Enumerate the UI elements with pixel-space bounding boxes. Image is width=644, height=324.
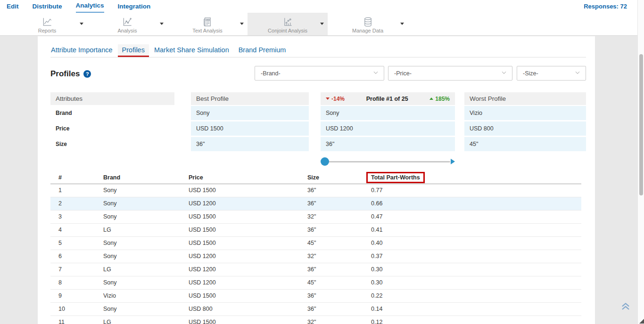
- tab-attribute-importance[interactable]: Attribute Importance: [47, 44, 117, 57]
- tabs-divider: [50, 57, 586, 57]
- table-cell: 36": [307, 289, 371, 302]
- table-row[interactable]: 6SonyUSD 120032"0.37: [50, 250, 581, 263]
- best-profile-panel: Best Profile SonyUSD 150036": [191, 92, 309, 153]
- table-cell: 0.37: [371, 250, 581, 263]
- toolbar-item-reports[interactable]: Reports: [7, 13, 87, 35]
- current-profile-value: USD 1200: [321, 122, 455, 136]
- toolbar-item-conjoint-analysis[interactable]: Conjoint Analysis: [248, 13, 328, 35]
- table-row[interactable]: 5SonyUSD 150045"0.40: [50, 236, 581, 250]
- current-profile-value: Sony: [321, 106, 455, 120]
- table-row[interactable]: 11LGUSD 150032"0.12: [50, 316, 581, 324]
- column-header-brand[interactable]: Brand: [103, 172, 189, 184]
- worst-profile-header: Worst Profile: [464, 92, 586, 105]
- tab-market-share-simulation[interactable]: Market Share Simulation: [150, 44, 233, 57]
- vertical-scrollbar[interactable]: [637, 0, 644, 324]
- newspaper-icon: [202, 16, 213, 27]
- scroll-to-top-button[interactable]: [620, 300, 631, 313]
- trend-chart-icon: [122, 16, 133, 27]
- column-header-size[interactable]: Size: [307, 172, 371, 184]
- table-cell: LG: [103, 316, 189, 324]
- price-dropdown-value: -Price-: [394, 70, 501, 77]
- highlight-annotation-box: Total Part-Worths: [366, 172, 425, 183]
- attributes-panel: Attributes BrandPriceSize: [50, 92, 174, 153]
- chevron-down-icon[interactable]: [80, 23, 83, 25]
- table-cell: Sony: [103, 250, 189, 263]
- table-cell: USD 1200: [189, 276, 307, 289]
- table-row[interactable]: 1SonyUSD 150036"0.77: [50, 184, 581, 197]
- toolbar-item-analysis[interactable]: Analysis: [87, 13, 167, 35]
- resize-grip-icon: [639, 319, 644, 324]
- size-dropdown[interactable]: -Size-: [517, 66, 586, 81]
- current-profile-rows: SonyUSD 120036": [321, 106, 455, 151]
- table-cell: 0.14: [371, 302, 581, 316]
- nav-items: EditDistributeAnalyticsIntegration: [0, 0, 150, 13]
- tab-brand-premium[interactable]: Brand Premium: [234, 44, 290, 57]
- table-cell: 36": [307, 263, 371, 276]
- table-cell: 11: [50, 316, 103, 324]
- nav-item-analytics[interactable]: Analytics: [76, 0, 104, 13]
- double-chevron-up-icon: [620, 304, 631, 312]
- table-row[interactable]: 3SonyUSD 150032"0.47: [50, 210, 581, 223]
- nav-item-integration[interactable]: Integration: [118, 0, 151, 13]
- slider-track[interactable]: [324, 161, 450, 162]
- table-cell: USD 1500: [189, 289, 307, 302]
- profile-slider: [321, 155, 455, 168]
- table-cell: 32": [307, 210, 371, 223]
- table-cell: USD 1500: [189, 316, 307, 324]
- triangle-up-icon: [429, 97, 433, 100]
- table-cell: USD 1500: [189, 223, 307, 236]
- column-header-price[interactable]: Price: [189, 172, 307, 184]
- attribute-label: Brand: [50, 106, 174, 120]
- toolbar-item-manage-data[interactable]: Manage Data: [328, 13, 408, 35]
- chevron-down-icon[interactable]: [320, 23, 324, 25]
- tab-profiles[interactable]: Profiles: [118, 44, 149, 57]
- current-profile-value: 36": [321, 137, 455, 151]
- table-row[interactable]: 9VizioUSD 150036"0.22: [50, 289, 581, 302]
- line-chart-icon: [42, 16, 53, 27]
- toolbar-item-label: Conjoint Analysis: [268, 28, 307, 33]
- table-row[interactable]: 8SonyUSD 120045"0.30: [50, 276, 581, 289]
- toolbar-item-text-analysis[interactable]: Text Analysis: [167, 13, 248, 35]
- best-profile-value: Sony: [191, 106, 309, 120]
- worst-profile-rows: VizioUSD 80045": [464, 106, 586, 151]
- slider-next-arrow-icon[interactable]: [451, 159, 455, 164]
- table-row[interactable]: 4LGUSD 150036"0.41: [50, 223, 581, 236]
- chevron-down-icon[interactable]: [240, 23, 244, 25]
- nav-item-distribute[interactable]: Distribute: [33, 0, 62, 13]
- table-cell: 0.12: [371, 316, 581, 324]
- chevron-down-icon[interactable]: [400, 23, 404, 25]
- nav-item-edit[interactable]: Edit: [7, 0, 19, 13]
- table-cell: Sony: [103, 210, 189, 223]
- table-row[interactable]: 7LGUSD 120036"0.30: [50, 263, 581, 276]
- price-dropdown[interactable]: -Price-: [388, 66, 512, 81]
- table-cell: 45": [307, 236, 371, 250]
- table-cell: USD 1500: [189, 236, 307, 250]
- toolbar-item-label: Reports: [38, 28, 57, 33]
- content-card: Attribute ImportanceProfilesMarket Share…: [38, 36, 595, 324]
- positive-delta: 185%: [429, 96, 450, 102]
- table-cell: Sony: [103, 302, 189, 316]
- table-cell: USD 1500: [189, 184, 307, 197]
- table-row[interactable]: 2SonyUSD 120036"0.66: [50, 197, 581, 210]
- slider-handle[interactable]: [321, 157, 329, 166]
- top-nav: EditDistributeAnalyticsIntegration Respo…: [0, 0, 637, 13]
- positive-delta-value: 185%: [435, 96, 450, 102]
- table-cell: 36": [307, 223, 371, 236]
- chevron-down-icon[interactable]: [160, 23, 164, 25]
- table-cell: 36": [307, 184, 371, 197]
- responses-count[interactable]: Responses: 72: [584, 3, 637, 10]
- column-header-total-part-worths[interactable]: Total Part-Worths: [371, 172, 581, 184]
- table-header-row: #BrandPriceSizeTotal Part-Worths: [50, 172, 581, 184]
- brand-dropdown[interactable]: -Brand-: [255, 66, 384, 81]
- scatter-chart-icon: [282, 16, 293, 27]
- table-cell: Vizio: [103, 289, 189, 302]
- table-row[interactable]: 10SonyUSD 80036"0.14: [50, 302, 581, 316]
- table-cell: 0.22: [371, 289, 581, 302]
- worst-profile-value: 45": [464, 137, 586, 151]
- chevron-down-icon: [574, 69, 581, 78]
- help-icon[interactable]: ?: [83, 70, 91, 78]
- toolbar-item-label: Text Analysis: [192, 28, 223, 33]
- column-header-[interactable]: #: [50, 172, 103, 184]
- scrollbar-thumb[interactable]: [639, 54, 643, 195]
- profile-counter-label: Profile #1 of 25: [366, 96, 408, 102]
